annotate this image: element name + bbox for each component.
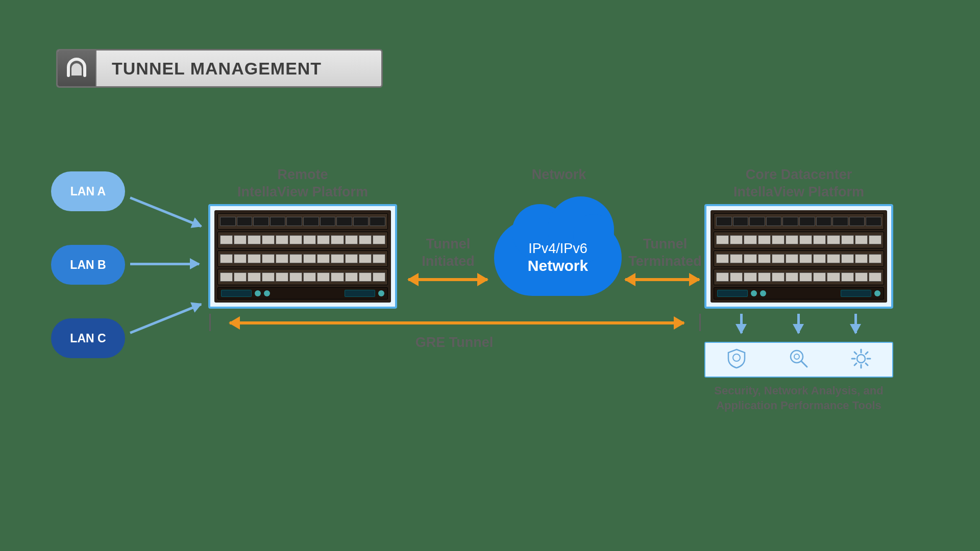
performance-gear-icon: [850, 347, 872, 372]
tunnel-initiated-l1: Tunnel: [407, 236, 489, 253]
svg-line-11: [854, 363, 856, 365]
ip-network-cloud: IPv4/IPv6 Network: [494, 219, 622, 296]
lan-a-label: LAN A: [70, 185, 106, 198]
svg-point-0: [733, 354, 740, 361]
tools-box: [704, 342, 893, 378]
tunnel-icon: [58, 51, 96, 86]
remote-label-line1: Remote: [208, 166, 397, 184]
remote-device-chassis: [214, 210, 391, 303]
ip-network-line1: IPv4/IPv6: [528, 240, 587, 257]
gre-bracket-right: [699, 314, 701, 331]
tunnel-initiated-label: Tunnel Initiated: [407, 236, 489, 270]
core-to-tools-arrow-3: [854, 314, 857, 333]
tools-caption: Security, Network Analysis, and Applicat…: [694, 384, 903, 413]
ip-network-line2: Network: [528, 257, 588, 275]
remote-label: Remote IntellaView Platform: [208, 166, 397, 201]
core-device: [704, 204, 893, 309]
svg-line-2: [801, 361, 807, 367]
svg-point-4: [857, 355, 865, 363]
tunnel-terminated-l1: Tunnel: [622, 236, 708, 253]
lan-a-cloud: LAN A: [51, 171, 125, 211]
tools-caption-l2: Application Performance Tools: [694, 398, 903, 413]
svg-point-3: [794, 354, 799, 359]
network-header-label: Network: [510, 166, 607, 184]
tools-caption-l1: Security, Network Analysis, and: [694, 384, 903, 398]
tunnel-initiated-arrow: [408, 278, 487, 281]
remote-label-line2: IntellaView Platform: [208, 184, 397, 201]
svg-line-12: [866, 352, 868, 354]
lan-b-label: LAN B: [70, 258, 106, 272]
svg-line-10: [866, 363, 868, 365]
core-label-line2: IntellaView Platform: [704, 184, 893, 201]
lan-b-arrow: [130, 263, 199, 265]
svg-line-9: [854, 352, 856, 354]
core-label-line1: Core Datacenter: [704, 166, 893, 184]
lan-c-arrow: [130, 303, 202, 334]
core-label: Core Datacenter IntellaView Platform: [704, 166, 893, 201]
core-device-chassis: [710, 210, 887, 303]
gre-bracket-left: [209, 314, 211, 331]
tunnel-terminated-label: Tunnel Terminated: [622, 236, 708, 270]
tunnel-initiated-l2: Initiated: [407, 253, 489, 270]
lan-c-label: LAN C: [70, 332, 106, 345]
remote-device: [208, 204, 397, 309]
tunnel-terminated-l2: Terminated: [622, 253, 708, 270]
title-bar: TUNNEL MANAGEMENT: [56, 49, 383, 88]
title-text: TUNNEL MANAGEMENT: [96, 51, 381, 86]
lan-b-cloud: LAN B: [51, 245, 125, 285]
analysis-magnifier-icon: [788, 347, 810, 372]
core-to-tools-arrow-1: [740, 314, 743, 333]
tunnel-terminated-arrow: [625, 278, 699, 281]
core-to-tools-arrow-2: [797, 314, 800, 333]
gre-tunnel-label: GRE Tunnel: [403, 334, 505, 352]
gre-tunnel-arrow: [230, 321, 684, 324]
lan-c-cloud: LAN C: [51, 318, 125, 358]
lan-a-arrow: [130, 196, 202, 228]
security-shield-icon: [725, 347, 748, 372]
